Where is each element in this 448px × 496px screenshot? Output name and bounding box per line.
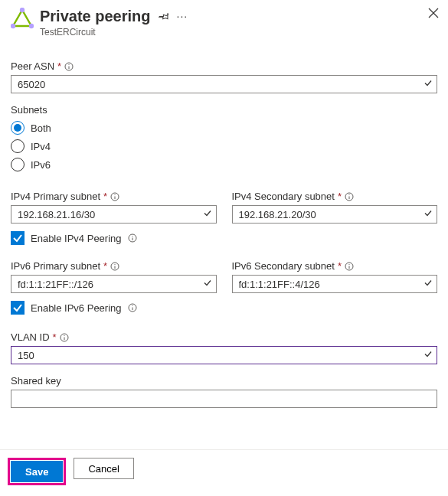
shared-key-field[interactable] — [11, 390, 437, 408]
info-icon[interactable] — [128, 303, 137, 312]
shared-key-input[interactable] — [11, 390, 437, 408]
label-text: Peer ASN — [11, 60, 54, 72]
ipv4-primary-field[interactable] — [11, 205, 217, 224]
label-text: Shared key — [11, 375, 61, 387]
subnets-option-both[interactable]: Both — [11, 119, 437, 137]
label-text: IPv6 Primary subnet — [11, 260, 100, 272]
svg-point-20 — [115, 263, 116, 264]
subnets-label: Subnets — [11, 104, 437, 116]
close-icon[interactable] — [428, 8, 439, 18]
info-icon[interactable] — [110, 262, 119, 271]
peer-asn-field[interactable] — [11, 75, 437, 93]
svg-point-26 — [132, 305, 132, 306]
checkbox-label: Enable IPv4 Peering — [31, 233, 122, 244]
required-mark: * — [338, 191, 342, 202]
vlan-label: VLAN ID * — [11, 331, 437, 343]
shared-key-label: Shared key — [11, 375, 437, 387]
svg-point-17 — [132, 236, 132, 237]
peer-asn-label: Peer ASN * — [11, 60, 437, 72]
blade-title: Private peering — [40, 6, 151, 26]
radio-icon — [11, 158, 25, 171]
peer-asn-input[interactable] — [11, 75, 437, 93]
info-icon[interactable] — [60, 333, 69, 342]
radio-icon — [11, 139, 25, 153]
info-icon[interactable] — [64, 62, 74, 71]
checkbox-icon — [11, 301, 25, 315]
svg-point-23 — [348, 263, 349, 264]
label-text: IPv4 Secondary subnet — [232, 191, 335, 202]
required-mark: * — [103, 191, 107, 202]
highlight-save: Save — [8, 458, 66, 485]
label-text: VLAN ID — [11, 331, 50, 343]
svg-point-29 — [64, 334, 64, 335]
subnets-radiogroup: Both IPv4 IPv6 — [11, 119, 437, 174]
label-text: IPv4 Primary subnet — [11, 191, 100, 202]
ipv4-primary-input[interactable] — [11, 205, 217, 224]
ipv4-secondary-field[interactable] — [232, 205, 438, 224]
vlan-field[interactable] — [11, 346, 437, 364]
info-icon[interactable] — [128, 233, 137, 243]
svg-point-2 — [29, 24, 34, 28]
info-icon[interactable] — [110, 192, 119, 201]
radio-label: IPv6 — [31, 159, 51, 171]
svg-point-8 — [69, 64, 70, 64]
ipv6-secondary-input[interactable] — [232, 275, 438, 293]
label-text: IPv6 Secondary subnet — [232, 260, 335, 272]
pin-icon[interactable] — [159, 11, 169, 21]
blade-subtitle: TestERCircuit — [40, 27, 188, 38]
info-icon[interactable] — [345, 192, 354, 201]
svg-point-11 — [115, 194, 116, 194]
ipv6-primary-field[interactable] — [11, 275, 217, 293]
ipv4-secondary-label: IPv4 Secondary subnet * — [232, 191, 438, 202]
required-mark: * — [338, 260, 342, 272]
radio-icon — [11, 121, 25, 135]
checkbox-icon — [11, 231, 25, 245]
svg-point-3 — [11, 24, 15, 28]
checkbox-label: Enable IPv6 Peering — [31, 302, 122, 314]
svg-point-14 — [348, 194, 349, 194]
required-mark: * — [53, 331, 57, 343]
ipv4-primary-label: IPv4 Primary subnet * — [11, 191, 217, 202]
ipv6-secondary-label: IPv6 Secondary subnet * — [232, 260, 438, 272]
blade-footer: Save Cancel — [0, 449, 448, 496]
ipv6-primary-input[interactable] — [11, 275, 217, 293]
save-button[interactable]: Save — [11, 461, 63, 482]
required-mark: * — [103, 260, 107, 272]
subnets-option-ipv4[interactable]: IPv4 — [11, 137, 437, 155]
radio-label: IPv4 — [31, 141, 51, 152]
svg-point-1 — [20, 8, 25, 12]
label-text: Subnets — [11, 104, 47, 116]
required-mark: * — [57, 60, 61, 72]
enable-ipv4-checkbox[interactable]: Enable IPv4 Peering — [11, 231, 437, 245]
ipv6-primary-label: IPv6 Primary subnet * — [11, 260, 217, 272]
subnets-option-ipv6[interactable]: IPv6 — [11, 155, 437, 174]
more-icon[interactable]: ··· — [177, 11, 188, 21]
vlan-input[interactable] — [11, 346, 437, 364]
ext-circuit-icon — [11, 8, 34, 31]
ipv6-secondary-field[interactable] — [232, 275, 438, 293]
cancel-button[interactable]: Cancel — [74, 458, 133, 479]
ipv4-secondary-input[interactable] — [232, 205, 438, 224]
enable-ipv6-checkbox[interactable]: Enable IPv6 Peering — [11, 301, 437, 315]
radio-label: Both — [31, 122, 51, 134]
blade-header: Private peering ··· TestERCircuit — [11, 6, 437, 38]
info-icon[interactable] — [345, 262, 354, 271]
